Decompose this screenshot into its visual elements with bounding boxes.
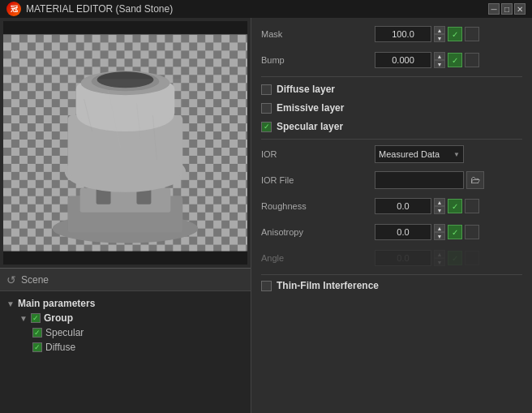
roughness-spin-down[interactable]: ▼ (434, 206, 445, 214)
window-title: MATERIAL EDITOR (Sand Stone) (26, 3, 173, 15)
scene-label: Scene (21, 274, 49, 286)
roughness-row: Roughness ▲ ▼ (261, 196, 522, 216)
mask-check[interactable] (448, 27, 462, 41)
thin-film-row: Thin-Film Interference (261, 280, 522, 291)
roughness-check[interactable] (448, 199, 462, 213)
diffuse-layer-label: Diffuse layer (277, 84, 335, 95)
material-preview (3, 21, 247, 265)
anisotropy-spinners: ▲ ▼ (434, 224, 445, 240)
ior-file-input[interactable] (375, 171, 464, 189)
diffuse-label: Diffuse (45, 342, 75, 353)
roughness-input-group: ▲ ▼ (375, 198, 479, 214)
divider-1 (261, 76, 522, 77)
bump-input-group: ▲ ▼ (375, 52, 479, 68)
specular-checkbox[interactable] (32, 328, 42, 338)
divider-2 (261, 139, 522, 140)
specular-layer-checkbox[interactable] (261, 122, 272, 132)
ior-dropdown-value: Measured Data (379, 149, 440, 159)
diffuse-layer-row: Diffuse layer (261, 82, 522, 97)
angle-input[interactable] (375, 250, 431, 266)
angle-map-btn[interactable] (465, 251, 479, 265)
mask-label: Mask (261, 29, 375, 39)
angle-check[interactable] (448, 251, 462, 265)
ior-file-input-group: 🗁 (375, 171, 484, 189)
angle-spin-down[interactable]: ▼ (434, 258, 445, 266)
roughness-label: Roughness (261, 201, 375, 211)
tree-item-specular[interactable]: Specular (32, 325, 244, 340)
angle-spinners: ▲ ▼ (434, 250, 445, 266)
ior-dropdown[interactable]: Measured Data ▼ (375, 145, 464, 163)
specular-label: Specular (45, 327, 84, 338)
right-panel: Mask ▲ ▼ Bump ▲ ▼ (251, 18, 532, 413)
roughness-input[interactable] (375, 198, 431, 214)
bump-row: Bump ▲ ▼ (261, 50, 522, 70)
bump-label: Bump (261, 55, 375, 65)
anisotropy-input-group: ▲ ▼ (375, 224, 479, 240)
tree-item-diffuse[interactable]: Diffuse (32, 340, 244, 355)
scene-refresh-icon[interactable]: ↺ (6, 273, 16, 286)
svg-rect-17 (68, 79, 183, 232)
tree-item-main-params[interactable]: Main parameters (6, 296, 244, 311)
ior-file-folder-btn[interactable]: 🗁 (466, 171, 484, 189)
angle-label: Angle (261, 253, 375, 263)
mask-row: Mask ▲ ▼ (261, 24, 522, 44)
anisotropy-row: Anisotropy ▲ ▼ (261, 222, 522, 242)
angle-input-group: ▲ ▼ (375, 250, 479, 266)
title-bar: 冠 MATERIAL EDITOR (Sand Stone) ─ □ ✕ (0, 0, 532, 18)
main-params-label: Main parameters (18, 298, 95, 309)
ior-file-row: IOR File 🗁 (261, 170, 522, 190)
left-panel: ↺ Scene Main parameters Group (0, 18, 251, 413)
main-content: ↺ Scene Main parameters Group (0, 18, 532, 413)
bump-check[interactable] (448, 53, 462, 67)
minimize-button[interactable]: ─ (488, 3, 500, 15)
mask-spin-down[interactable]: ▼ (434, 34, 445, 42)
group-checkbox[interactable] (31, 313, 41, 323)
mask-input[interactable] (375, 26, 431, 42)
bump-input[interactable] (375, 52, 431, 68)
emissive-layer-row: Emissive layer (261, 101, 522, 115)
anisotropy-spin-up[interactable]: ▲ (434, 224, 445, 232)
anisotropy-spin-down[interactable]: ▼ (434, 232, 445, 240)
roughness-spinners: ▲ ▼ (434, 198, 445, 214)
mask-spinners: ▲ ▼ (434, 26, 445, 42)
scene-bar: ↺ Scene (0, 268, 251, 290)
anisotropy-check[interactable] (448, 225, 462, 239)
group-label: Group (44, 312, 73, 324)
tree-child-specular: Specular Diffuse (32, 325, 244, 355)
ior-row: IOR Measured Data ▼ (261, 144, 522, 164)
anisotropy-map-btn[interactable] (465, 225, 479, 239)
tree-panel: Main parameters Group Specular (0, 290, 251, 413)
anisotropy-input[interactable] (375, 224, 431, 240)
bump-spin-down[interactable]: ▼ (434, 60, 445, 68)
bump-map-btn[interactable] (465, 53, 479, 67)
tree-item-group[interactable]: Group (19, 311, 244, 325)
ior-label: IOR (261, 149, 375, 159)
emissive-layer-label: Emissive layer (277, 102, 344, 114)
thin-film-label: Thin-Film Interference (277, 280, 379, 291)
bump-spin-up[interactable]: ▲ (434, 52, 445, 60)
tree-arrow-group (19, 314, 28, 323)
mask-map-btn[interactable] (465, 27, 479, 41)
tree-arrow-main (6, 299, 15, 308)
angle-row: Angle ▲ ▼ (261, 248, 522, 268)
ior-input-group: Measured Data ▼ (375, 145, 464, 163)
ior-file-label: IOR File (261, 175, 375, 185)
roughness-spin-up[interactable]: ▲ (434, 198, 445, 206)
mask-spin-up[interactable]: ▲ (434, 26, 445, 34)
tree-child-group: Group Specular Diffuse (19, 311, 244, 355)
ior-dropdown-arrow: ▼ (453, 151, 460, 158)
emissive-layer-checkbox[interactable] (261, 103, 272, 114)
maximize-button[interactable]: □ (501, 3, 513, 15)
window-controls[interactable]: ─ □ ✕ (488, 3, 526, 15)
close-button[interactable]: ✕ (514, 3, 526, 15)
diffuse-checkbox[interactable] (32, 342, 42, 352)
angle-spin-up[interactable]: ▲ (434, 250, 445, 258)
anisotropy-label: Anisotropy (261, 227, 375, 237)
preview-area (3, 21, 247, 265)
thin-film-checkbox[interactable] (261, 281, 272, 291)
diffuse-layer-checkbox[interactable] (261, 84, 272, 95)
bump-spinners: ▲ ▼ (434, 52, 445, 68)
roughness-map-btn[interactable] (465, 199, 479, 213)
divider-3 (261, 274, 522, 275)
title-bar-left: 冠 MATERIAL EDITOR (Sand Stone) (6, 2, 173, 16)
